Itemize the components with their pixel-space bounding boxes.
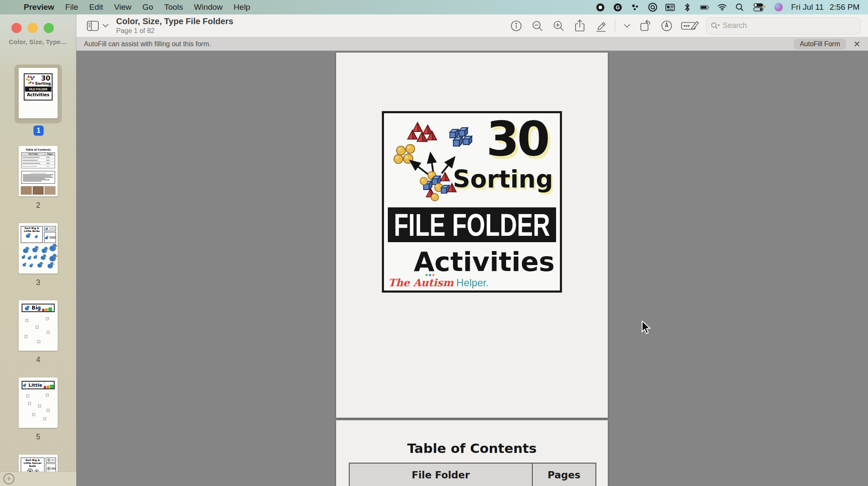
svg-text:G: G [616,5,620,11]
wifi-icon[interactable] [718,3,727,12]
rotate-button[interactable] [638,19,653,33]
toc-header-pages: Pages [533,464,595,486]
toc-table: File Folder Pages [349,463,596,486]
menu-item-view[interactable]: View [108,3,137,12]
mini-photos [21,186,56,195]
menu-clock[interactable]: Fri Jul 11 2:56 PM [791,3,860,12]
close-banner-icon[interactable]: ✕ [852,39,862,49]
autofill-form-button[interactable]: AutoFill Form [794,39,846,50]
sidebar-doc-label: Color, Size, Type… [0,38,76,45]
page-indicator: Page 1 of 82 [116,27,233,35]
mini-birds-sidebox-1 [44,226,56,231]
toolbar-divider [615,20,615,32]
title-bar: Color, Size, Type File Folders Page 1 of… [76,14,868,37]
mini-activities: Activities [25,92,52,97]
mini-soccer-sidebox-1 [46,458,56,463]
menu-items: Preview File Edit View Go Tools Window H… [18,3,256,12]
cover-file-folder-bar: FILE FOLDER [388,207,556,242]
thumbnail-page-5[interactable]: Little ↓ [19,377,58,428]
sidebar-toggle-button[interactable] [86,19,109,33]
thumbnail-sidebar: Color, Size, Type… 30 Sorting FILE FOLDE… [0,14,76,486]
sidebar-icon [86,19,100,33]
page-1: 30 Sorting FILE FOLDER Activities The Au… [336,53,608,418]
mini-big-header: Big ↓ [22,304,55,312]
menu-item-go[interactable]: Go [137,3,159,12]
mini-file-folder-bar: FILE FOLDER [25,87,51,92]
cover-box: 30 Sorting FILE FOLDER Activities The Au… [382,111,562,293]
info-button[interactable] [509,19,523,33]
page-3-number: 3 [0,278,76,287]
brand-word: Helper. [456,277,489,288]
siri-icon[interactable] [774,3,783,12]
zoom-out-button[interactable] [530,19,545,33]
markup-pen-button[interactable] [594,19,608,33]
page-5-number: 5 [0,433,76,441]
mini-toc-table: File Folder Pages [21,152,55,168]
mini-bird-field [19,245,57,272]
menu-bar: Preview File Edit View Go Tools Window H… [0,0,868,14]
mini-little-header: Little ↓ [22,381,55,389]
page-1-badge: 1 [33,126,44,136]
form-fill-button[interactable] [681,19,699,33]
search-field[interactable] [706,17,860,34]
toc-header-file-folder: File Folder [350,464,533,486]
mini-cover: 30 Sorting FILE FOLDER Activities ▪▪▪ [24,73,53,101]
autofill-message: AutoFill can assist with filling out thi… [84,40,211,48]
control-center-icon[interactable] [752,3,766,12]
add-page-button[interactable]: + [3,473,14,484]
document-view[interactable]: 30 Sorting FILE FOLDER Activities The Au… [76,51,868,486]
menu-date: Fri Jul 11 [791,3,824,12]
spotlight-icon[interactable] [735,3,744,12]
sorting-shapes-illustration [389,120,480,207]
window-controls [11,23,54,33]
thumbnail-page-4[interactable]: Big ↓ [19,300,58,351]
autofill-banner: AutoFill can assist with filling out thi… [76,37,868,51]
fullscreen-window-button[interactable] [44,23,54,33]
share-button[interactable] [573,19,587,33]
chevron-down-icon [102,19,109,33]
grammarly-icon[interactable]: G [613,3,623,12]
mouse-cursor [641,321,653,335]
menu-item-edit[interactable]: Edit [83,3,108,12]
zoom-in-button[interactable] [551,19,566,33]
search-input[interactable] [723,21,837,30]
menu-item-window[interactable]: Window [189,3,228,12]
swirl-app-icon[interactable] [648,3,657,12]
minimize-window-button[interactable] [28,23,38,33]
menu-item-help[interactable]: Help [228,3,256,12]
dots-app-icon[interactable] [631,3,640,12]
page-2: Table of Contents File Folder Pages [336,420,608,486]
page-2-number: 2 [0,201,76,210]
menu-item-tools[interactable]: Tools [159,3,188,12]
compass-pen-button[interactable] [659,19,674,33]
bluetooth-icon[interactable] [683,3,692,12]
search-icon [711,22,720,30]
toc-title: Table of Contents [336,441,608,456]
thumbnail-page-2[interactable]: Table of Contents File Folder Pages [19,146,58,196]
thumbnail-page-3[interactable]: Sort Big & Little Birds [19,223,58,274]
status-area: G Fri Jul 11 2:56 PM [596,3,868,12]
mini-sorting: Sorting [35,81,51,86]
thumbnail-page-1[interactable]: 30 Sorting FILE FOLDER Activities ▪▪▪ [19,68,58,118]
cover-count: 30 [486,114,548,164]
toolbar [509,17,868,34]
battery-icon[interactable] [700,3,709,12]
mini-brand: ▪▪▪ [25,98,27,100]
mini-birds-sidebox-2 [44,232,56,243]
input-source-icon[interactable] [665,3,675,12]
cover-sorting: Sorting [453,165,554,193]
screen-record-icon[interactable] [596,3,605,12]
document-title: Color, Size, Type File Folders [116,16,233,26]
preview-window: Color, Size, Type File Folders Page 1 of… [0,14,868,486]
markup-chevron-button[interactable] [622,19,632,33]
menu-item-preview[interactable]: Preview [18,3,60,12]
menu-item-file[interactable]: File [60,3,84,12]
brand-script: The Autism [388,277,453,289]
mini-toc-title: Table of Contents [19,148,58,151]
mini-instructions-box [21,171,55,184]
cover-activities: Activities [384,246,560,277]
mini-birds-titlebox: Sort Big & Little Birds [21,226,43,243]
title-block: Color, Size, Type File Folders Page 1 of… [116,16,233,35]
brand-logo: The Autism Helper. [388,277,489,289]
close-window-button[interactable] [11,23,22,33]
